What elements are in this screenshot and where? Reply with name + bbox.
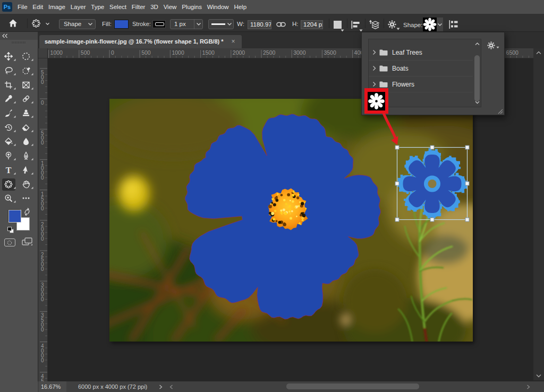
- svg-text:500: 500: [81, 49, 90, 56]
- svg-text:0: 0: [41, 175, 44, 181]
- svg-text:2500: 2500: [263, 49, 276, 56]
- svg-text:0: 0: [41, 79, 44, 85]
- svg-text:0: 0: [111, 49, 114, 56]
- svg-text:T: T: [6, 166, 12, 174]
- svg-text:6500: 6500: [506, 49, 519, 56]
- svg-text:1500: 1500: [202, 49, 215, 56]
- svg-text:3500: 3500: [324, 49, 336, 56]
- svg-text:0: 0: [41, 206, 44, 211]
- svg-text:1000: 1000: [50, 49, 63, 56]
- svg-text:0: 0: [41, 357, 44, 363]
- svg-text:0: 0: [41, 296, 44, 302]
- svg-text:3000: 3000: [293, 49, 306, 56]
- svg-text:1000: 1000: [172, 49, 184, 56]
- svg-text:2000: 2000: [233, 49, 245, 56]
- svg-text:0: 0: [41, 236, 44, 242]
- svg-text:0: 0: [41, 327, 44, 333]
- svg-text:0: 0: [41, 266, 44, 272]
- svg-text:0: 0: [41, 140, 44, 146]
- svg-text:0: 0: [41, 100, 44, 106]
- svg-text:500: 500: [141, 49, 151, 56]
